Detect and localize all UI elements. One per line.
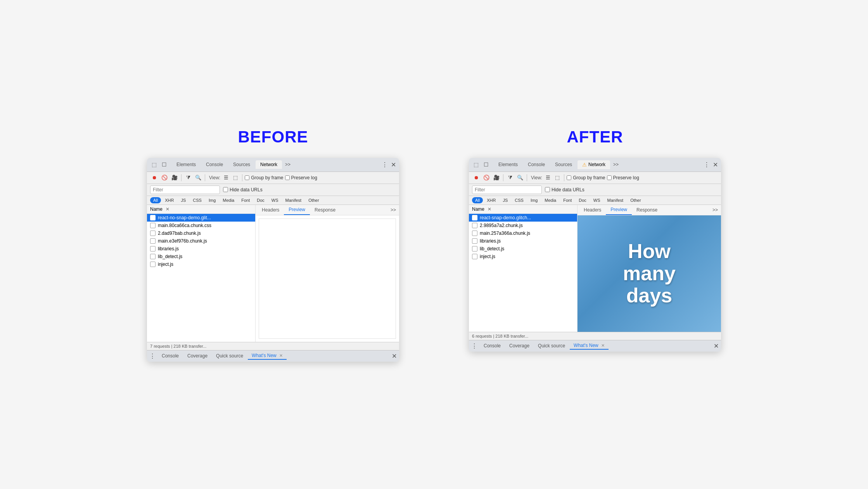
- before-tab-console[interactable]: Console: [201, 160, 228, 169]
- after-bottom-close[interactable]: ✕: [714, 342, 719, 350]
- after-type-js[interactable]: JS: [500, 197, 511, 203]
- after-hide-data-urls[interactable]: Hide data URLs: [545, 187, 584, 192]
- after-tab-console[interactable]: Console: [523, 160, 550, 169]
- after-type-media[interactable]: Media: [541, 197, 559, 203]
- after-preserve-checkbox[interactable]: [607, 175, 612, 180]
- before-type-font[interactable]: Font: [238, 197, 253, 203]
- after-detail-tab-headers[interactable]: Headers: [579, 205, 606, 215]
- before-list-view-btn[interactable]: ☰: [222, 173, 230, 182]
- after-filter-btn[interactable]: ⧩: [506, 173, 514, 182]
- before-bottom-quick-source[interactable]: Quick source: [212, 352, 247, 359]
- after-bottom-coverage[interactable]: Coverage: [505, 342, 533, 349]
- before-file-item-3[interactable]: main.e3ef976b.chunk.js: [147, 237, 255, 245]
- before-bottom-coverage[interactable]: Coverage: [183, 352, 211, 359]
- before-type-manifest[interactable]: Manifest: [282, 197, 305, 203]
- before-record-btn[interactable]: ⏺: [150, 173, 159, 182]
- after-type-doc[interactable]: Doc: [576, 197, 590, 203]
- after-inspect-icon[interactable]: ⬚: [472, 161, 480, 168]
- before-type-img[interactable]: Img: [206, 197, 219, 203]
- after-detail-tab-more[interactable]: >>: [711, 206, 719, 214]
- after-filter-input[interactable]: [472, 186, 542, 194]
- after-bottom-dots[interactable]: ⋮: [471, 342, 477, 350]
- before-type-ws[interactable]: WS: [268, 197, 282, 203]
- after-list-view-btn[interactable]: ☰: [544, 173, 552, 182]
- before-close-btn[interactable]: ✕: [391, 161, 396, 168]
- after-device-icon[interactable]: ☐: [482, 161, 490, 168]
- before-filter-input[interactable]: [150, 186, 220, 194]
- after-tab-elements[interactable]: Elements: [494, 160, 522, 169]
- after-file-item-2[interactable]: main.257a366a.chunk.js: [469, 229, 577, 237]
- before-type-media[interactable]: Media: [220, 197, 237, 203]
- after-tab-sources[interactable]: Sources: [550, 160, 577, 169]
- before-type-other[interactable]: Other: [305, 197, 322, 203]
- before-group-frame-checkbox[interactable]: [245, 175, 249, 180]
- before-type-doc[interactable]: Doc: [254, 197, 268, 203]
- after-type-font[interactable]: Font: [560, 197, 575, 203]
- after-type-other[interactable]: Other: [627, 197, 644, 203]
- after-search-btn[interactable]: 🔍: [516, 173, 524, 182]
- after-compact-view-btn[interactable]: ⬚: [553, 173, 562, 182]
- before-tab-more[interactable]: >>: [283, 160, 293, 169]
- before-clear-btn[interactable]: 🚫: [160, 173, 169, 182]
- after-tab-more[interactable]: >>: [611, 160, 621, 169]
- before-hide-data-urls[interactable]: Hide data URLs: [223, 187, 263, 192]
- after-more-btn[interactable]: ⋮: [704, 161, 710, 168]
- after-file-item-5[interactable]: inject.js: [469, 253, 577, 260]
- before-group-by-frame[interactable]: Group by frame: [245, 175, 283, 180]
- after-whats-new-close[interactable]: ✕: [601, 343, 605, 348]
- before-preserve-log[interactable]: Preserve log: [285, 175, 317, 180]
- before-hide-data-checkbox[interactable]: [223, 187, 228, 192]
- before-bottom-dots[interactable]: ⋮: [149, 352, 156, 360]
- before-bottom-console[interactable]: Console: [158, 352, 183, 359]
- after-detail-tab-preview[interactable]: Preview: [606, 205, 632, 215]
- after-record-btn[interactable]: ⏺: [472, 173, 481, 182]
- after-type-img[interactable]: Img: [527, 197, 541, 203]
- after-close-btn[interactable]: ✕: [713, 161, 718, 168]
- before-more-btn[interactable]: ⋮: [382, 161, 388, 168]
- after-clear-btn[interactable]: 🚫: [482, 173, 491, 182]
- after-file-item-4[interactable]: lib_detect.js: [469, 245, 577, 253]
- before-whats-new-close[interactable]: ✕: [279, 353, 283, 358]
- after-file-item-0[interactable]: react-snap-demo.glitch...: [469, 214, 577, 222]
- before-detail-tab-preview[interactable]: Preview: [284, 205, 310, 215]
- before-compact-view-btn[interactable]: ⬚: [231, 173, 240, 182]
- before-type-all[interactable]: All: [150, 197, 161, 203]
- before-detail-tab-headers[interactable]: Headers: [257, 205, 284, 215]
- after-close-detail-btn[interactable]: ✕: [488, 206, 491, 212]
- after-bottom-console[interactable]: Console: [480, 342, 505, 349]
- after-detail-tab-response[interactable]: Response: [632, 205, 662, 215]
- after-hide-data-checkbox[interactable]: [545, 187, 550, 192]
- before-filter-btn[interactable]: ⧩: [184, 173, 192, 182]
- after-bottom-quick-source[interactable]: Quick source: [534, 342, 569, 349]
- before-type-js[interactable]: JS: [178, 197, 189, 203]
- before-tab-elements[interactable]: Elements: [172, 160, 201, 169]
- before-search-btn[interactable]: 🔍: [194, 173, 202, 182]
- before-file-item-5[interactable]: lib_detect.js: [147, 253, 255, 260]
- after-group-by-frame[interactable]: Group by frame: [567, 175, 605, 180]
- after-type-ws[interactable]: WS: [590, 197, 603, 203]
- inspect-icon[interactable]: ⬚: [150, 161, 158, 168]
- before-type-css[interactable]: CSS: [190, 197, 205, 203]
- after-type-xhr[interactable]: XHR: [484, 197, 499, 203]
- before-file-item-0[interactable]: react-no-snap-demo.glit...: [147, 214, 255, 222]
- before-detail-tab-more[interactable]: >>: [389, 206, 398, 214]
- after-preserve-log[interactable]: Preserve log: [607, 175, 639, 180]
- before-file-item-1[interactable]: main.80ca66ca.chunk.css: [147, 222, 255, 229]
- after-tab-network[interactable]: ⚠ Network: [578, 160, 610, 169]
- before-camera-btn[interactable]: 🎥: [170, 173, 179, 182]
- before-detail-tab-response[interactable]: Response: [310, 205, 340, 215]
- after-file-item-1[interactable]: 2.9895a7a2.chunk.js: [469, 222, 577, 229]
- after-file-item-3[interactable]: libraries.js: [469, 237, 577, 245]
- after-type-css[interactable]: CSS: [512, 197, 527, 203]
- before-file-item-2[interactable]: 2.dad97bab.chunk.js: [147, 229, 255, 237]
- device-icon[interactable]: ☐: [160, 161, 168, 168]
- before-type-xhr[interactable]: XHR: [162, 197, 177, 203]
- before-tab-sources[interactable]: Sources: [228, 160, 255, 169]
- before-preserve-checkbox[interactable]: [285, 175, 290, 180]
- after-group-frame-checkbox[interactable]: [567, 175, 571, 180]
- before-bottom-whats-new[interactable]: What's New ✕: [248, 352, 287, 360]
- before-bottom-close[interactable]: ✕: [392, 352, 397, 360]
- before-file-item-4[interactable]: libraries.js: [147, 245, 255, 253]
- after-bottom-whats-new[interactable]: What's New ✕: [570, 342, 609, 350]
- before-close-detail-btn[interactable]: ✕: [166, 206, 169, 212]
